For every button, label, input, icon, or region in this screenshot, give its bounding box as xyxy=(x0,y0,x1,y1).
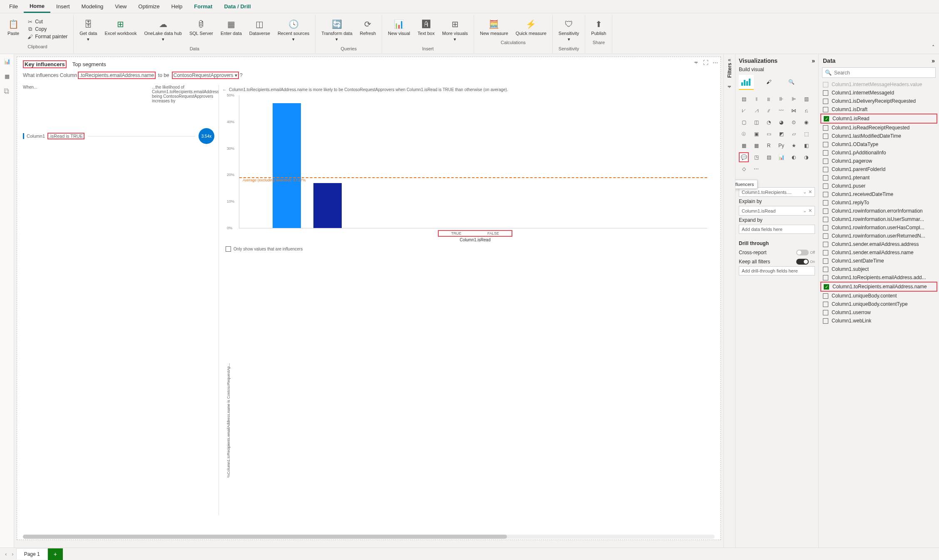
checkbox-icon[interactable] xyxy=(823,134,828,139)
collapse-ribbon-button[interactable]: ˄ xyxy=(932,44,935,50)
menu-insert[interactable]: Insert xyxy=(50,1,76,12)
key-influencers-visual-icon[interactable]: 💬 xyxy=(739,152,749,162)
checkbox-icon[interactable] xyxy=(823,192,828,197)
visual-type-icon[interactable]: ⫴ xyxy=(751,94,761,104)
text-box-button[interactable]: 🅰Text box xyxy=(415,17,437,37)
influencer-row[interactable]: Column1.isRead is TRUE 3.54x xyxy=(23,128,214,144)
visual-type-icon[interactable]: 📊 xyxy=(776,152,786,162)
model-view-button[interactable]: ⿻ xyxy=(2,87,12,96)
visual-type-icon[interactable]: ⊪ xyxy=(776,94,786,104)
field-column1-rowinformation-userreturnedn---[interactable]: Column1.rowinformation.userReturnedN... xyxy=(820,232,937,240)
checkbox-icon[interactable] xyxy=(823,217,828,222)
visual-type-icon[interactable]: ◇ xyxy=(739,164,749,174)
key-influencers-tab[interactable]: Key influencers xyxy=(23,61,67,67)
next-page-button[interactable]: › xyxy=(9,551,16,557)
visual-type-icon[interactable]: ⋈ xyxy=(789,106,799,116)
visual-type-icon[interactable]: ⫽ xyxy=(764,106,774,116)
toggle-on[interactable] xyxy=(796,259,809,265)
chevron-down-icon[interactable]: ⌄ xyxy=(803,189,807,195)
visual-type-icon[interactable]: ⩘ xyxy=(751,106,761,116)
menu-help[interactable]: Help xyxy=(166,1,189,12)
checkbox-icon[interactable] xyxy=(823,107,828,112)
onelake-button[interactable]: ☁OneLake data hub▾ xyxy=(142,17,184,44)
field-column1-replyto[interactable]: Column1.replyTo xyxy=(820,198,937,207)
quick-measure-button[interactable]: ⚡Quick measure xyxy=(513,17,549,37)
filter-icon[interactable]: ⫧ xyxy=(693,59,699,66)
checkbox-icon[interactable]: ✓ xyxy=(824,116,829,121)
field-column1-isdraft[interactable]: Column1.isDraft xyxy=(820,105,937,114)
bar-false[interactable] xyxy=(313,183,342,228)
field-list[interactable]: Column1.internetMessageHeaders.valueColu… xyxy=(819,80,939,548)
field-column1-uniquebody-content[interactable]: Column1.uniqueBody.content xyxy=(820,292,937,300)
expand-icon[interactable]: « xyxy=(728,57,731,63)
field-column1-puser[interactable]: Column1.puser xyxy=(820,182,937,190)
checkbox-icon[interactable] xyxy=(823,99,828,104)
visual-type-icon[interactable]: ▤ xyxy=(739,94,749,104)
checkbox-icon[interactable] xyxy=(823,225,828,230)
drill-through-well[interactable]: Add drill-through fields here xyxy=(739,266,815,275)
visual-type-icon[interactable]: ★ xyxy=(789,141,799,151)
menu-home[interactable]: Home xyxy=(24,0,50,13)
page-tab[interactable]: Page 1 xyxy=(16,548,48,560)
field-column1-sentdatetime[interactable]: Column1.sentDateTime xyxy=(820,257,937,265)
field-column1-torecipients-emailaddress-name[interactable]: ✓Column1.toRecipients.emailAddress.name xyxy=(820,282,937,292)
analyze-field-dropdown[interactable]: .toRecipients.emailAddress.name xyxy=(78,72,156,79)
sensitivity-button[interactable]: 🛡Sensitivity▾ xyxy=(556,17,582,44)
visual-type-icon[interactable]: ◕ xyxy=(776,117,786,127)
field-column1-sender-emailaddress-address[interactable]: Column1.sender.emailAddress.address xyxy=(820,240,937,248)
checkbox-icon[interactable] xyxy=(823,310,828,315)
top-segments-tab[interactable]: Top segments xyxy=(72,61,106,67)
menu-format[interactable]: Format xyxy=(188,1,218,12)
filters-pane-collapsed[interactable]: « Filters ⫧ xyxy=(723,54,735,548)
prev-page-button[interactable]: ‹ xyxy=(2,551,9,557)
menu-file[interactable]: File xyxy=(3,1,24,12)
visual-type-icon[interactable]: ⬚ xyxy=(801,129,811,139)
visual-type-icon[interactable]: R xyxy=(764,141,774,151)
search-input[interactable] xyxy=(834,70,933,76)
visual-type-icon[interactable]: ◧ xyxy=(801,141,811,151)
checkbox-icon[interactable] xyxy=(823,250,828,255)
field-column1-rowinformation-errorinformation[interactable]: Column1.rowinformation.errorInformation xyxy=(820,207,937,215)
checkbox-icon[interactable] xyxy=(823,267,828,272)
sql-button[interactable]: 🛢SQL Server xyxy=(187,17,216,37)
checkbox-icon[interactable] xyxy=(823,258,828,264)
field-column1-isdeliveryreceiptrequested[interactable]: Column1.isDeliveryReceiptRequested xyxy=(820,97,937,105)
only-show-checkbox[interactable]: Only show values that are influencers xyxy=(222,242,711,252)
copy-button[interactable]: ⧉Copy xyxy=(27,26,47,32)
paste-button[interactable]: 📋 Paste xyxy=(5,17,22,37)
checkbox-icon[interactable] xyxy=(823,275,828,280)
checkbox-icon[interactable] xyxy=(823,167,828,172)
cut-button[interactable]: ✂Cut xyxy=(27,18,43,25)
data-view-button[interactable]: ▦ xyxy=(2,72,12,81)
visual-type-icon[interactable]: ▦ xyxy=(739,141,749,151)
report-view-button[interactable]: 📊 xyxy=(2,57,12,66)
collapse-icon[interactable]: » xyxy=(932,57,935,64)
keep-filters-toggle[interactable]: Keep all filters On xyxy=(739,257,815,266)
field-column1-isreadreceiptrequested[interactable]: Column1.isReadReceiptRequested xyxy=(820,124,937,132)
remove-icon[interactable]: ✕ xyxy=(808,208,812,213)
field-column1-uniquebody-contenttype[interactable]: Column1.uniqueBody.contentType xyxy=(820,300,937,308)
report-canvas[interactable]: ⫧ ⛶ ⋯ Key influencers Top segments What … xyxy=(14,54,723,548)
visual-type-icon[interactable]: ⫼ xyxy=(764,94,774,104)
field-column1-odatatype[interactable]: Column1.ODataType xyxy=(820,140,937,149)
visual-type-icon[interactable]: ⩗ xyxy=(739,106,749,116)
new-measure-button[interactable]: 🧮New measure xyxy=(477,17,511,37)
field-search[interactable]: 🔍 xyxy=(822,67,936,78)
target-value-dropdown[interactable]: ContosoRequestApprovers ▾ xyxy=(172,72,239,79)
field-column1-sender-emailaddress-name[interactable]: Column1.sender.emailAddress.name xyxy=(820,248,937,257)
field-column1-isread[interactable]: ✓Column1.isRead xyxy=(820,114,937,124)
field-column1-pagerow[interactable]: Column1.pagerow xyxy=(820,157,937,165)
field-column1-internetmessageid[interactable]: Column1.internetMessageId xyxy=(820,89,937,97)
field-column1-userrow[interactable]: Column1.userrow xyxy=(820,308,937,317)
checkbox-icon[interactable] xyxy=(823,183,828,189)
visual-container[interactable]: ⫧ ⛶ ⋯ Key influencers Top segments What … xyxy=(17,57,721,540)
toggle-off[interactable] xyxy=(796,250,809,255)
field-column1-subject[interactable]: Column1.subject xyxy=(820,265,937,273)
enter-data-button[interactable]: ▦Enter data xyxy=(218,17,244,37)
new-visual-button[interactable]: 📊New visual xyxy=(385,17,412,37)
focus-icon[interactable]: ⛶ xyxy=(703,59,708,66)
analytics-button[interactable]: 🔍 xyxy=(784,75,799,90)
menu-view[interactable]: View xyxy=(109,1,132,12)
visual-type-icon[interactable]: ▱ xyxy=(789,129,799,139)
field-column1-internetmessageheaders-value[interactable]: Column1.internetMessageHeaders.value xyxy=(820,80,937,89)
